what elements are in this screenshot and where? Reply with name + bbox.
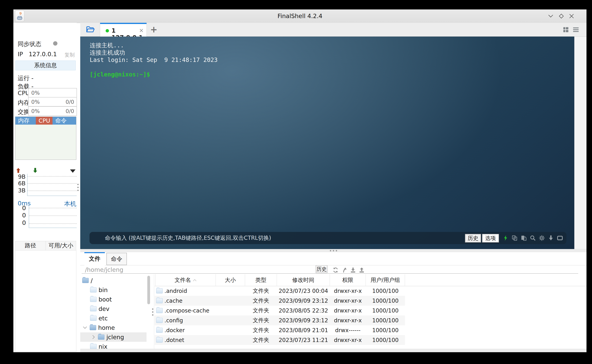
- net-tick-label: 6B: [16, 180, 26, 187]
- list-view-icon[interactable]: [572, 26, 579, 33]
- file-panel-horizontal-scrollbar[interactable]: [80, 349, 586, 352]
- terminal-scrollbar[interactable]: [574, 37, 586, 249]
- tree-item-label: /: [91, 277, 93, 284]
- run-label: 运行 -: [18, 74, 33, 82]
- sort-ascending-icon: [193, 279, 197, 281]
- column-header-mtime[interactable]: 修改时间: [277, 274, 330, 286]
- close-button[interactable]: [568, 12, 575, 20]
- minimize-button[interactable]: [547, 12, 555, 20]
- path-input[interactable]: /home/jcleng: [85, 266, 123, 273]
- grid-view-icon[interactable]: [563, 26, 569, 33]
- new-tab-button[interactable]: +: [150, 23, 158, 35]
- system-info-button[interactable]: 系统信息: [15, 60, 76, 70]
- file-name: .dotnet: [164, 337, 184, 343]
- tab-close-icon[interactable]: ×: [139, 27, 144, 34]
- terminal-session-tab[interactable]: 1 127.0.0.1 ×: [100, 23, 147, 37]
- table-row[interactable]: .docker 文件夹 2023/08/09 21:01 drwx------ …: [155, 325, 405, 335]
- file-mtime: 2023/08/09 21:01: [277, 325, 330, 335]
- tree-table-divider: [154, 274, 154, 349]
- column-header-label: 修改时间: [292, 276, 314, 284]
- file-upload-icon[interactable]: [359, 267, 365, 273]
- download-icon[interactable]: [548, 235, 554, 241]
- file-owner: 1000/100: [366, 325, 405, 335]
- command-input[interactable]: 命令输入 (按ALT键提示历史,TAB键路径,ESC键返回,双击CTRL切换): [105, 232, 271, 244]
- table-row[interactable]: .android 文件夹 2023/07/23 00:04 drwxr-xr-x…: [155, 286, 405, 296]
- refresh-icon[interactable]: [333, 267, 338, 273]
- copy-icon[interactable]: [512, 235, 518, 241]
- upload-arrow-icon[interactable]: [15, 168, 21, 173]
- file-size: [216, 325, 245, 335]
- up-directory-icon[interactable]: [342, 267, 348, 273]
- table-row[interactable]: .cache 文件夹 2023/09/09 23:12 drwxr-xr-x 1…: [155, 296, 405, 306]
- chevron-down-icon[interactable]: [83, 326, 87, 329]
- column-header-label: 大小: [225, 276, 236, 284]
- tree-item-nix[interactable]: nix: [80, 342, 146, 349]
- file-size: [216, 286, 245, 296]
- file-type: 文件夹: [245, 315, 277, 325]
- tree-item-label: dev: [99, 306, 109, 312]
- tabs-baseline: [80, 265, 586, 265]
- search-icon[interactable]: [530, 235, 536, 241]
- file-size: [216, 335, 245, 345]
- file-download-icon[interactable]: [350, 267, 356, 273]
- cpu-label: CPU: [18, 90, 30, 97]
- tree-scrollbar[interactable]: [147, 276, 150, 304]
- column-header-name[interactable]: 文件名: [155, 274, 216, 286]
- lightning-icon[interactable]: [502, 235, 509, 241]
- table-row[interactable]: .dotnet 文件夹 2023/07/23 11:21 drwxr-xr-x …: [155, 335, 405, 345]
- table-row[interactable]: .config 文件夹 2023/09/09 23:12 drwxr-xr-x …: [155, 315, 405, 325]
- diamond-icon: [558, 13, 564, 19]
- tree-item-dev[interactable]: dev: [80, 304, 146, 313]
- terminal-line: 连接主机...: [90, 42, 217, 49]
- file-perm: drwxr-xr-x: [330, 315, 366, 325]
- tree-item-bin[interactable]: bin: [80, 285, 146, 295]
- gear-icon[interactable]: [539, 235, 545, 241]
- open-connection-button[interactable]: [83, 24, 98, 36]
- file-type: 文件夹: [245, 325, 277, 335]
- file-type: 文件夹: [245, 335, 277, 345]
- download-arrow-icon[interactable]: [32, 168, 38, 173]
- column-header-type[interactable]: 类型: [245, 274, 277, 286]
- net-tick-label: 9B: [16, 173, 26, 180]
- terminal-prompt: [jcleng@nixos:~]$: [90, 71, 150, 78]
- column-header-perm[interactable]: 权限: [330, 274, 366, 286]
- sidebar-splitter-handle[interactable]: [77, 182, 79, 193]
- terminal[interactable]: 连接主机... 连接主机成功 Last login: Sat Sep 9 21:…: [80, 37, 586, 249]
- history-button[interactable]: 历史: [465, 234, 481, 242]
- column-header-owner[interactable]: 用户/用户组: [366, 274, 405, 286]
- monitor-tab-memory[interactable]: 内存: [15, 117, 36, 125]
- tab-files[interactable]: 文件: [84, 252, 105, 265]
- tree-item-home[interactable]: home: [80, 323, 146, 332]
- dropdown-caret-icon[interactable]: [70, 169, 76, 173]
- path-column-header[interactable]: 路径: [15, 241, 46, 250]
- folder-icon: [156, 318, 163, 323]
- size-column-header[interactable]: 可用/大小: [46, 241, 76, 250]
- paste-icon[interactable]: [521, 235, 527, 241]
- column-header-size[interactable]: 大小: [216, 274, 245, 286]
- maximize-button[interactable]: [557, 12, 565, 20]
- monitor-tab-command[interactable]: 命令: [53, 117, 76, 125]
- file-history-button[interactable]: 历史: [316, 265, 328, 273]
- tree-splitter-handle[interactable]: [152, 307, 153, 317]
- tree-item-jcleng[interactable]: jcleng: [80, 332, 146, 342]
- tab-commands[interactable]: 命令: [106, 253, 127, 265]
- table-row[interactable]: .compose-cache 文件夹 2023/08/05 22:32 drwx…: [155, 306, 405, 315]
- monitor-tab-cpu[interactable]: CPU: [36, 117, 53, 125]
- tree-item-root[interactable]: /: [80, 276, 146, 285]
- chevron-right-icon[interactable]: [92, 335, 95, 339]
- folder-open-icon: [86, 26, 95, 33]
- window-icon[interactable]: [557, 235, 563, 241]
- ping-tick-label: 0: [17, 219, 26, 226]
- session-tabbar: 1 127.0.0.1 × +: [80, 23, 586, 37]
- sync-status-dot: [53, 41, 57, 46]
- folder-icon: [156, 298, 163, 303]
- file-perm: drwxr-xr-x: [330, 306, 366, 315]
- options-button[interactable]: 选项: [482, 234, 499, 242]
- terminal-line: Last login: Sat Sep 9 21:48:17 2023: [90, 56, 217, 64]
- tree-item-boot[interactable]: boot: [80, 295, 146, 304]
- file-perm: drwxr-xr-x: [330, 286, 366, 296]
- folder-icon: [98, 335, 105, 340]
- panel-splitter-handle[interactable]: [80, 249, 586, 252]
- copy-link[interactable]: 复制: [65, 52, 75, 58]
- tree-item-etc[interactable]: etc: [80, 313, 146, 323]
